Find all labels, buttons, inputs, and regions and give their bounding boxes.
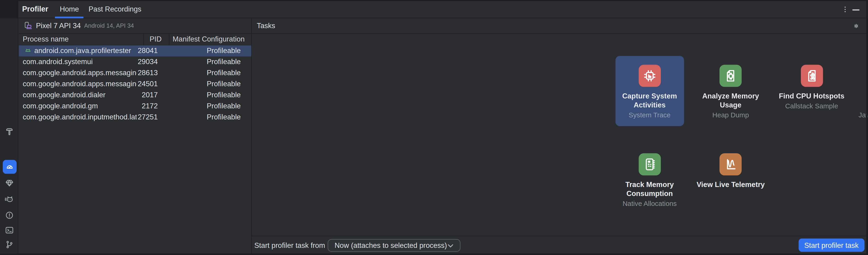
dropdown-selected-value: Now (attaches to selected process) [328, 241, 447, 249]
start-task-from-label: Start profiler task from [254, 236, 325, 255]
process-name: com.android.systemui [23, 58, 92, 66]
page-title: Profiler [22, 0, 48, 18]
build-icon[interactable] [3, 125, 16, 138]
problems-icon[interactable] [3, 209, 16, 222]
process-manifest: Profileable [162, 58, 246, 66]
gear-icon[interactable] [853, 23, 860, 29]
chevron-down-icon [447, 244, 453, 248]
table-row[interactable]: com.google.android.apps.messaging... 245… [19, 78, 251, 90]
process-manifest: Profileable [162, 80, 246, 88]
window-edge [0, 254, 868, 255]
task-card-callstack-sample[interactable]: Find CPU Hotspots Callstack Sample [777, 56, 846, 126]
live-telemetry-icon [719, 153, 742, 176]
task-card-title: Capture System Activities [615, 92, 684, 109]
task-card-title: Analyze Memory Usage [696, 92, 765, 109]
process-manifest: Profileable [162, 113, 246, 121]
logcat-icon[interactable] [3, 193, 16, 206]
task-card-title: Track Memory Consumption [615, 180, 684, 197]
table-row[interactable]: com.google.android.apps.messaging 28613 … [19, 67, 251, 78]
tab-home[interactable]: Home [60, 0, 79, 18]
process-name: com.google.android.dialer [23, 91, 105, 99]
process-name: android.com.java.profilertester [34, 46, 131, 55]
process-manifest: Profileable [162, 69, 246, 77]
start-from-dropdown[interactable]: Now (attaches to selected process) [328, 239, 460, 252]
process-name: com.google.android.apps.messaging [23, 69, 136, 77]
android-icon [24, 46, 32, 55]
heap-dump-icon [719, 65, 742, 87]
table-row[interactable]: android.com.java.profilertester 28041 Pr… [19, 45, 251, 56]
title-bar: Profiler Home Past Recordings [0, 0, 868, 18]
window-corner [0, 0, 18, 18]
task-card-title: Find CPU Hotspots [779, 92, 844, 100]
profiler-window: Profiler Home Past Recordings [0, 0, 868, 255]
process-list-panel: Pixel 7 API 34 Android 14, API 34 Proces… [19, 18, 252, 255]
tasks-panel: Tasks Capture System Activities [252, 18, 866, 255]
process-pid: 2172 [137, 102, 162, 110]
process-name: com.google.android.inputmethod.latin [23, 113, 136, 121]
task-card-subtitle: Heap Dump [712, 111, 749, 119]
process-table: android.com.java.profilertester 28041 Pr… [19, 45, 251, 123]
task-card-heap-dump[interactable]: Analyze Memory Usage Heap Dump [696, 56, 765, 126]
window-edge [0, 0, 868, 1]
app-quality-insights-icon[interactable] [3, 177, 16, 190]
process-pid: 29034 [137, 58, 162, 66]
process-name: com.google.android.gm [23, 102, 98, 110]
callstack-sample-icon [801, 65, 823, 87]
table-row[interactable]: com.google.android.dialer 2017 Profileab… [19, 90, 251, 100]
process-manifest: Profileable [162, 102, 246, 110]
table-row[interactable]: com.google.android.gm 2172 Profileable [19, 100, 251, 111]
task-cards-row-1: Capture System Activities System Trace A… [615, 56, 868, 126]
native-allocations-icon [639, 153, 661, 176]
process-pid: 2017 [137, 91, 162, 99]
process-pid: 24501 [137, 80, 162, 88]
device-icon [23, 21, 33, 30]
task-card-system-trace[interactable]: Capture System Activities System Trace [615, 56, 684, 126]
column-header-manifest[interactable]: Manifest Configuration [166, 35, 249, 43]
process-manifest: Profileable [162, 91, 246, 99]
table-row[interactable]: com.android.systemui 29034 Profileable [19, 56, 251, 67]
task-card-subtitle: Callstack Sample [785, 102, 838, 110]
process-pid: 28613 [137, 69, 162, 77]
start-profiler-task-button[interactable]: Start profiler task [798, 238, 865, 252]
column-divider [168, 33, 169, 45]
process-table-header: Process name PID Manifest Configuration [19, 33, 251, 45]
system-trace-icon [639, 65, 661, 87]
profiler-icon[interactable] [3, 160, 17, 173]
column-header-process-name[interactable]: Process name [19, 35, 141, 43]
task-cards-row-2: Track Memory Consumption Native Allocati… [615, 144, 765, 208]
task-card-subtitle: System Trace [629, 111, 671, 119]
task-card-live-telemetry[interactable]: View Live Telemetry [696, 144, 765, 208]
device-os: Android 14, API 34 [84, 22, 134, 29]
minimize-icon[interactable] [852, 9, 859, 10]
process-pid: 27251 [137, 113, 162, 121]
task-card-native-allocations[interactable]: Track Memory Consumption Native Allocati… [615, 144, 684, 208]
device-name: Pixel 7 API 34 [36, 22, 81, 30]
task-card-subtitle: Native Allocations [623, 199, 677, 208]
column-divider [143, 33, 144, 45]
tasks-title: Tasks [252, 22, 275, 30]
process-name: com.google.android.apps.messaging... [23, 80, 136, 88]
window-edge [866, 0, 868, 255]
more-options-icon[interactable] [841, 5, 849, 14]
table-row[interactable]: com.google.android.inputmethod.latin 272… [19, 111, 251, 123]
column-header-pid[interactable]: PID [141, 35, 166, 43]
tasks-header: Tasks [252, 18, 866, 34]
active-tab-indicator [55, 17, 84, 18]
tab-past-recordings[interactable]: Past Recordings [89, 0, 142, 18]
process-pid: 28041 [137, 46, 162, 55]
tool-window-strip [0, 18, 18, 255]
task-footer: Start profiler task from Now (attaches t… [252, 236, 866, 255]
terminal-icon[interactable] [3, 223, 16, 236]
process-manifest: Profileable [162, 46, 246, 55]
device-selector[interactable]: Pixel 7 API 34 Android 14, API 34 [19, 18, 251, 33]
task-card-title: View Live Telemetry [697, 180, 765, 189]
version-control-icon[interactable] [3, 238, 16, 251]
